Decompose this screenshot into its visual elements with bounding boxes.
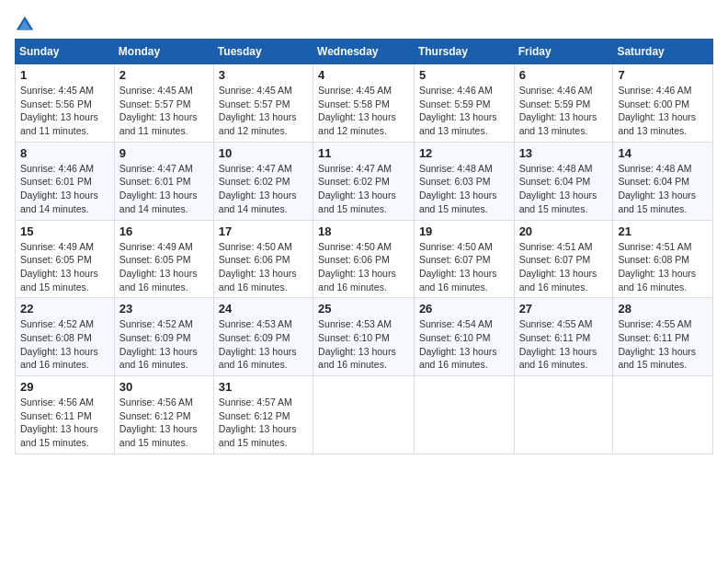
day-number: 24 (219, 302, 308, 316)
day-info: Sunrise: 4:47 AM Sunset: 6:01 PM Dayligh… (119, 162, 209, 216)
day-number: 29 (20, 380, 109, 394)
day-number: 14 (618, 146, 708, 160)
day-info: Sunrise: 4:54 AM Sunset: 6:10 PM Dayligh… (419, 317, 509, 372)
day-number: 2 (119, 68, 209, 82)
day-info: Sunrise: 4:52 AM Sunset: 6:09 PM Dayligh… (119, 317, 209, 372)
day-info: Sunrise: 4:46 AM Sunset: 6:00 PM Dayligh… (618, 84, 708, 138)
day-number: 22 (20, 302, 109, 316)
day-info: Sunrise: 4:45 AM Sunset: 5:57 PM Dayligh… (119, 84, 209, 138)
calendar-cell: 28Sunrise: 4:55 AM Sunset: 6:11 PM Dayli… (613, 298, 713, 376)
day-info: Sunrise: 4:57 AM Sunset: 6:12 PM Dayligh… (219, 396, 308, 450)
calendar-cell: 31Sunrise: 4:57 AM Sunset: 6:12 PM Dayli… (213, 376, 313, 454)
calendar-cell: 20Sunrise: 4:51 AM Sunset: 6:07 PM Dayli… (514, 220, 613, 298)
day-number: 9 (119, 146, 209, 160)
day-info: Sunrise: 4:45 AM Sunset: 5:58 PM Dayligh… (318, 84, 409, 138)
calendar-cell: 25Sunrise: 4:53 AM Sunset: 6:10 PM Dayli… (313, 298, 415, 376)
day-number: 16 (119, 224, 209, 238)
calendar-cell: 26Sunrise: 4:54 AM Sunset: 6:10 PM Dayli… (414, 298, 514, 376)
calendar-cell (514, 376, 613, 454)
day-number: 1 (20, 68, 109, 82)
day-info: Sunrise: 4:46 AM Sunset: 5:59 PM Dayligh… (419, 84, 509, 138)
day-info: Sunrise: 4:53 AM Sunset: 6:10 PM Dayligh… (318, 317, 409, 372)
day-number: 11 (318, 146, 409, 160)
day-info: Sunrise: 4:51 AM Sunset: 6:07 PM Dayligh… (519, 240, 609, 294)
weekday-header-sunday: Sunday (16, 40, 115, 64)
day-info: Sunrise: 4:56 AM Sunset: 6:11 PM Dayligh… (20, 396, 109, 450)
day-number: 7 (618, 68, 708, 82)
day-number: 28 (618, 302, 708, 316)
calendar-cell: 15Sunrise: 4:49 AM Sunset: 6:05 PM Dayli… (16, 220, 115, 298)
day-number: 15 (20, 224, 109, 238)
day-number: 20 (519, 224, 609, 238)
day-number: 25 (318, 302, 409, 316)
logo-icon (15, 15, 35, 35)
calendar-cell: 23Sunrise: 4:52 AM Sunset: 6:09 PM Dayli… (114, 298, 213, 376)
weekday-header-row: SundayMondayTuesdayWednesdayThursdayFrid… (16, 40, 713, 64)
day-number: 4 (318, 68, 409, 82)
day-info: Sunrise: 4:48 AM Sunset: 6:04 PM Dayligh… (519, 162, 609, 216)
day-info: Sunrise: 4:46 AM Sunset: 5:59 PM Dayligh… (519, 84, 609, 138)
day-number: 30 (119, 380, 209, 394)
day-info: Sunrise: 4:55 AM Sunset: 6:11 PM Dayligh… (618, 317, 708, 372)
day-info: Sunrise: 4:50 AM Sunset: 6:06 PM Dayligh… (219, 240, 308, 294)
calendar-cell: 29Sunrise: 4:56 AM Sunset: 6:11 PM Dayli… (16, 376, 115, 454)
logo (15, 15, 39, 35)
calendar-cell (414, 376, 514, 454)
day-number: 10 (219, 146, 308, 160)
day-number: 23 (119, 302, 209, 316)
week-row-2: 8Sunrise: 4:46 AM Sunset: 6:01 PM Daylig… (16, 142, 713, 220)
day-number: 19 (419, 224, 509, 238)
day-info: Sunrise: 4:52 AM Sunset: 6:08 PM Dayligh… (20, 317, 109, 372)
day-info: Sunrise: 4:45 AM Sunset: 5:56 PM Dayligh… (20, 84, 109, 138)
calendar-cell: 16Sunrise: 4:49 AM Sunset: 6:05 PM Dayli… (114, 220, 213, 298)
calendar-cell: 14Sunrise: 4:48 AM Sunset: 6:04 PM Dayli… (613, 142, 713, 220)
calendar-cell: 30Sunrise: 4:56 AM Sunset: 6:12 PM Dayli… (114, 376, 213, 454)
calendar-cell: 13Sunrise: 4:48 AM Sunset: 6:04 PM Dayli… (514, 142, 613, 220)
day-number: 21 (618, 224, 708, 238)
calendar-cell: 24Sunrise: 4:53 AM Sunset: 6:09 PM Dayli… (213, 298, 313, 376)
week-row-1: 1Sunrise: 4:45 AM Sunset: 5:56 PM Daylig… (16, 64, 713, 143)
day-number: 27 (519, 302, 609, 316)
day-info: Sunrise: 4:50 AM Sunset: 6:06 PM Dayligh… (318, 240, 409, 294)
day-info: Sunrise: 4:46 AM Sunset: 6:01 PM Dayligh… (20, 162, 109, 216)
weekday-header-tuesday: Tuesday (213, 40, 313, 64)
day-info: Sunrise: 4:51 AM Sunset: 6:08 PM Dayligh… (618, 240, 708, 294)
day-info: Sunrise: 4:49 AM Sunset: 6:05 PM Dayligh… (20, 240, 109, 294)
header (15, 15, 713, 35)
calendar-cell: 3Sunrise: 4:45 AM Sunset: 5:57 PM Daylig… (213, 64, 313, 143)
day-info: Sunrise: 4:47 AM Sunset: 6:02 PM Dayligh… (219, 162, 308, 216)
day-number: 6 (519, 68, 609, 82)
calendar-cell: 12Sunrise: 4:48 AM Sunset: 6:03 PM Dayli… (414, 142, 514, 220)
calendar-cell: 17Sunrise: 4:50 AM Sunset: 6:06 PM Dayli… (213, 220, 313, 298)
page-container: SundayMondayTuesdayWednesdayThursdayFrid… (15, 15, 713, 454)
day-number: 3 (219, 68, 308, 82)
calendar-cell: 27Sunrise: 4:55 AM Sunset: 6:11 PM Dayli… (514, 298, 613, 376)
calendar-cell (613, 376, 713, 454)
day-number: 12 (419, 146, 509, 160)
calendar-cell: 4Sunrise: 4:45 AM Sunset: 5:58 PM Daylig… (313, 64, 415, 143)
day-info: Sunrise: 4:45 AM Sunset: 5:57 PM Dayligh… (219, 84, 308, 138)
day-info: Sunrise: 4:55 AM Sunset: 6:11 PM Dayligh… (519, 317, 609, 372)
day-number: 8 (20, 146, 109, 160)
day-info: Sunrise: 4:53 AM Sunset: 6:09 PM Dayligh… (219, 317, 308, 372)
calendar-cell: 8Sunrise: 4:46 AM Sunset: 6:01 PM Daylig… (16, 142, 115, 220)
week-row-5: 29Sunrise: 4:56 AM Sunset: 6:11 PM Dayli… (16, 376, 713, 454)
day-number: 5 (419, 68, 509, 82)
calendar-cell: 6Sunrise: 4:46 AM Sunset: 5:59 PM Daylig… (514, 64, 613, 143)
weekday-header-friday: Friday (514, 40, 613, 64)
day-number: 26 (419, 302, 509, 316)
calendar-cell: 22Sunrise: 4:52 AM Sunset: 6:08 PM Dayli… (16, 298, 115, 376)
calendar-cell: 11Sunrise: 4:47 AM Sunset: 6:02 PM Dayli… (313, 142, 415, 220)
day-info: Sunrise: 4:48 AM Sunset: 6:04 PM Dayligh… (618, 162, 708, 216)
weekday-header-thursday: Thursday (414, 40, 514, 64)
day-info: Sunrise: 4:49 AM Sunset: 6:05 PM Dayligh… (119, 240, 209, 294)
day-number: 17 (219, 224, 308, 238)
week-row-4: 22Sunrise: 4:52 AM Sunset: 6:08 PM Dayli… (16, 298, 713, 376)
calendar-cell: 5Sunrise: 4:46 AM Sunset: 5:59 PM Daylig… (414, 64, 514, 143)
weekday-header-monday: Monday (114, 40, 213, 64)
calendar-cell: 2Sunrise: 4:45 AM Sunset: 5:57 PM Daylig… (114, 64, 213, 143)
week-row-3: 15Sunrise: 4:49 AM Sunset: 6:05 PM Dayli… (16, 220, 713, 298)
calendar-cell: 18Sunrise: 4:50 AM Sunset: 6:06 PM Dayli… (313, 220, 415, 298)
weekday-header-wednesday: Wednesday (313, 40, 415, 64)
calendar-cell (313, 376, 415, 454)
